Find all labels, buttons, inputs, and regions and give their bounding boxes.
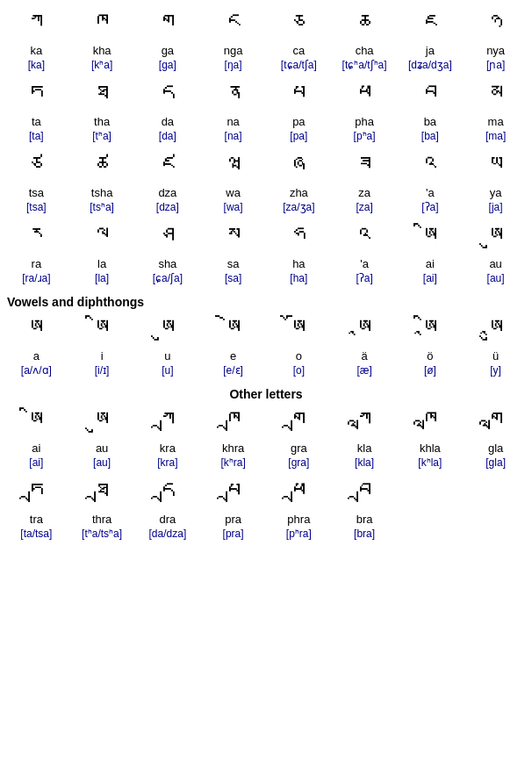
- cell-other-ai: ཨི ai [ai]: [4, 405, 69, 472]
- ipa-thra: [tʰa/tsʰa]: [82, 528, 122, 540]
- tibetan-ra: ར: [30, 224, 42, 255]
- tibetan-gra: གྲ: [292, 408, 305, 440]
- cell-kha: ཁ kha [kʰa]: [69, 7, 135, 75]
- tibetan-ja: ཇ: [424, 11, 436, 42]
- ipa-vowel-ae: [æ]: [356, 364, 371, 377]
- cell-zha: ཞ zha [za/ʒa]: [266, 149, 332, 217]
- roman-ca: ca: [293, 44, 306, 58]
- ipa-ta: [ta]: [29, 130, 44, 142]
- roman-other-ai: ai: [32, 442, 40, 456]
- roman-vowel-ae: ä: [362, 349, 368, 363]
- cell-kla: ཀླ kla [kla]: [332, 405, 398, 472]
- ipa-cha: [tɕʰa/tʃʰa]: [342, 59, 387, 71]
- cell-pra: པྲ pra [pra]: [200, 476, 266, 543]
- roman-dza: dza: [158, 186, 176, 200]
- ipa-za: [za]: [356, 201, 372, 213]
- tibetan-kha: ཁ: [96, 11, 108, 42]
- roman-wa: wa: [226, 186, 241, 200]
- cell-thra: ཐྲ thra [tʰa/tsʰa]: [69, 476, 135, 543]
- cell-tsha: ཚ tsha [tsʰa]: [69, 149, 135, 217]
- tibetan-tra: ཏྲ: [30, 479, 42, 511]
- ipa-vowel-ue: [y]: [490, 364, 501, 377]
- cell-la: ལ la [la]: [69, 220, 135, 288]
- tibetan-nya: ཉ: [490, 11, 502, 42]
- roman-pa: pa: [292, 115, 305, 129]
- tibetan-sha: ཤ: [162, 224, 174, 255]
- cell-tha: ཐ tha [tʰa]: [69, 78, 135, 146]
- cell-ra: ར ra [ra/ɹa]: [4, 220, 69, 288]
- roman-other-au: au: [96, 442, 108, 456]
- ipa-ja: [dʑa/dʒa]: [408, 59, 452, 71]
- vowels-header: Vowels and diphthongs: [7, 295, 528, 309]
- tibetan-khla: ཁླ: [424, 408, 436, 440]
- roman-a-glottal: 'a: [426, 186, 435, 200]
- cell-ja: ཇ ja [dʑa/dʒa]: [398, 7, 464, 75]
- ipa-khla: [kʰla]: [418, 456, 442, 469]
- roman-ba: ba: [424, 115, 436, 129]
- ipa-tra: [ta/tsa]: [20, 528, 52, 540]
- ipa-da: [da]: [159, 130, 176, 142]
- ipa-ra: [ra/ɹa]: [22, 272, 50, 284]
- ipa-ga: [ga]: [159, 59, 176, 71]
- roman-nga: nga: [224, 44, 243, 58]
- ipa-tsha: [tsʰa]: [90, 201, 114, 213]
- tibetan-phra: ཕྲ: [292, 479, 305, 511]
- cell-khla: ཁླ khla [kʰla]: [398, 405, 464, 472]
- tibetan-pha: ཕ: [358, 82, 370, 113]
- tibetan-vowel-o: ཨོ: [292, 316, 305, 348]
- ipa-ka: [ka]: [28, 59, 45, 71]
- roman-za: za: [358, 186, 370, 200]
- tibetan-ca: ཅ: [292, 11, 305, 42]
- tibetan-cha: ཆ: [358, 11, 370, 42]
- roman-phra: phra: [287, 513, 310, 527]
- ipa-ha: [ha]: [290, 272, 307, 284]
- ipa-phra: [pʰra]: [286, 528, 312, 540]
- tibetan-za: ཟ: [358, 153, 370, 184]
- tibetan-thra: ཐྲ: [96, 479, 108, 511]
- tibetan-other-au: ཨུ: [96, 408, 108, 440]
- ipa-other-ai: [ai]: [29, 456, 43, 469]
- tibetan-tsa: ཙ: [30, 153, 42, 184]
- cell-ca: ཅ ca [tɕa/tʃa]: [266, 7, 332, 75]
- cell-vowel-i: ཨི i [i/ɪ]: [69, 312, 135, 380]
- cell-nga: ང nga [ŋa]: [200, 7, 266, 75]
- cell-ha: ཧ ha [ha]: [266, 220, 332, 288]
- cell-ya: ཡ ya [ja]: [463, 149, 528, 217]
- cell-za: ཟ za [za]: [332, 149, 398, 217]
- ipa-vowel-e: [e/ɛ]: [223, 364, 243, 377]
- cell-pha: ཕ pha [pʰa]: [332, 78, 398, 146]
- ipa-gla: [gla]: [485, 456, 506, 469]
- tibetan-da: ད: [162, 82, 174, 113]
- ipa-tsa: [tsa]: [26, 201, 47, 213]
- roman-ja: ja: [426, 44, 435, 58]
- roman-vowel-u: u: [164, 349, 170, 363]
- consonant-row-2: ཏ ta [ta] ཐ tha [tʰa] ད da [da] ན na [na…: [4, 78, 528, 146]
- cell-vowel-ae: ཨཱ ä [æ]: [332, 312, 398, 380]
- ipa-sha: [ɕa/ʃa]: [153, 272, 183, 284]
- cell-da: ད da [da]: [135, 78, 201, 146]
- roman-ha: ha: [292, 257, 305, 271]
- cell-vowel-ue: ཨཱུ ü [y]: [463, 312, 528, 380]
- roman-kra: kra: [160, 442, 176, 456]
- cell-empty-2: [463, 476, 528, 543]
- tibetan-bra: བྲ: [358, 479, 370, 511]
- ipa-vowel-a: [a/ʌ/ɑ]: [21, 364, 52, 377]
- ipa-vowel-o: [o]: [293, 364, 305, 377]
- cell-ma: མ ma [ma]: [463, 78, 528, 146]
- other-row-2: ཏྲ tra [ta/tsa] ཐྲ thra [tʰa/tsʰa] དྲ dr…: [4, 476, 528, 543]
- roman-sha: sha: [158, 257, 176, 271]
- cell-ta: ཏ ta [ta]: [4, 78, 69, 146]
- cell-other-au: ཨུ au [au]: [69, 405, 135, 472]
- roman-au1: au: [489, 257, 501, 271]
- cell-khra: ཁྲ khra [kʰra]: [200, 405, 266, 472]
- tibetan-a2: འ: [358, 224, 370, 255]
- cell-vowel-oe: ཨཱི ö [ø]: [398, 312, 464, 380]
- roman-khla: khla: [420, 442, 441, 456]
- roman-ma: ma: [488, 115, 504, 129]
- tibetan-na: ན: [227, 82, 240, 113]
- cell-a2: འ 'a [ʔa]: [332, 220, 398, 288]
- roman-na: na: [226, 115, 239, 129]
- consonant-row-4: ར ra [ra/ɹa] ལ la [la] ཤ sha [ɕa/ʃa] ས s…: [4, 220, 528, 288]
- cell-vowel-a: ཨ a [a/ʌ/ɑ]: [4, 312, 69, 380]
- tibetan-sa: ས: [227, 224, 240, 255]
